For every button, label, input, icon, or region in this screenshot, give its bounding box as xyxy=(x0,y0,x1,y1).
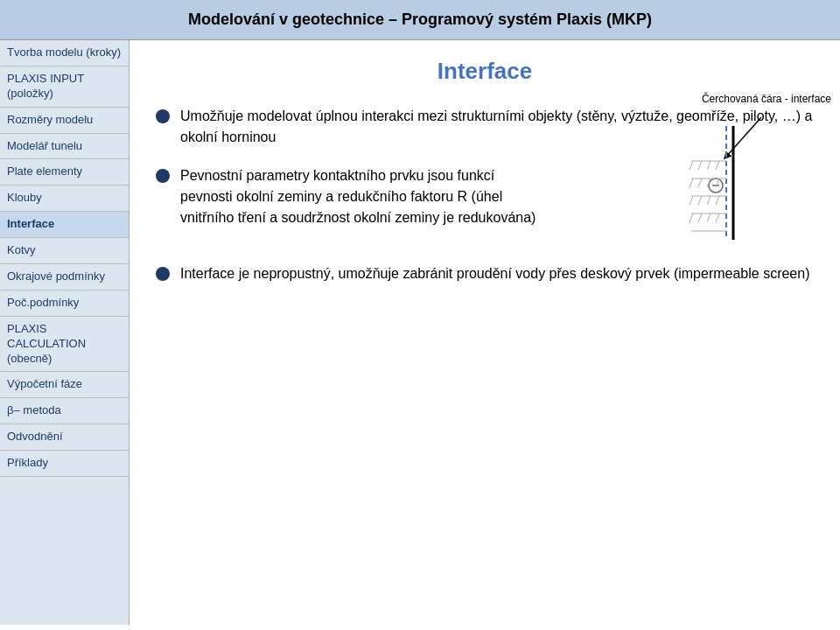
bullet-icon-1 xyxy=(156,109,170,123)
sidebar-item-plaxis-input[interactable]: PLAXIS INPUT (položky) xyxy=(0,66,129,108)
bullet-text-3: Interface je nepropustný, umožňuje zabrá… xyxy=(180,263,814,284)
diagram-label: Čerchovaná čára - interface xyxy=(656,93,831,105)
sidebar-item-plate-elementy[interactable]: Plate elementy xyxy=(0,159,129,186)
bullet-item-3: Interface je nepropustný, umožňuje zabrá… xyxy=(156,263,814,284)
bullet-icon-3 xyxy=(156,267,170,281)
bullet-text-2: Pevnostní parametry kontaktního prvku js… xyxy=(180,165,548,228)
sidebar-item-odvodneni[interactable]: Odvodnění xyxy=(0,424,129,451)
header-title: Modelování v geotechnice – Programový sy… xyxy=(188,10,652,28)
bullet-item-1: Umožňuje modelovat úplnou interakci mezi… xyxy=(156,106,814,148)
sidebar-item-plaxis-calculation[interactable]: PLAXIS CALCULATION (obecně) xyxy=(0,317,129,373)
main-content: Interface Čerchovaná čára - interface xyxy=(130,40,840,625)
bullet-icon-2 xyxy=(156,169,170,183)
page-title: Interface xyxy=(156,58,814,85)
sidebar-item-tvorba-modelu[interactable]: Tvorba modelu (kroky) xyxy=(0,40,129,66)
sidebar-item-beta-metoda[interactable]: β– metoda xyxy=(0,398,129,424)
bullet-item-2: Pevnostní parametry kontaktního prvku js… xyxy=(156,165,814,228)
sidebar-item-kotvy[interactable]: Kotvy xyxy=(0,238,129,264)
sidebar-item-priklady[interactable]: Příklady xyxy=(0,451,129,477)
page-header: Modelování v geotechnice – Programový sy… xyxy=(0,0,840,40)
sidebar-item-klouby[interactable]: Klouby xyxy=(0,186,129,212)
sidebar-item-poc-podminky[interactable]: Poč.podmínky xyxy=(0,290,129,317)
sidebar-item-rozmery-modelu[interactable]: Rozměry modelu xyxy=(0,108,129,134)
sidebar-item-interface[interactable]: Interface xyxy=(0,212,129,238)
main-layout: Tvorba modelu (kroky)PLAXIS INPUT (polož… xyxy=(0,40,840,625)
sidebar-item-modelar-tunelu[interactable]: Modelář tunelu xyxy=(0,134,129,160)
sidebar-item-okrajove-podminky[interactable]: Okrajové podmínky xyxy=(0,264,129,290)
bullet-text-1: Umožňuje modelovat úplnou interakci mezi… xyxy=(180,106,814,148)
sidebar: Tvorba modelu (kroky)PLAXIS INPUT (polož… xyxy=(0,40,130,625)
sidebar-item-vypocetni-faze[interactable]: Výpočetní fáze xyxy=(0,372,129,398)
